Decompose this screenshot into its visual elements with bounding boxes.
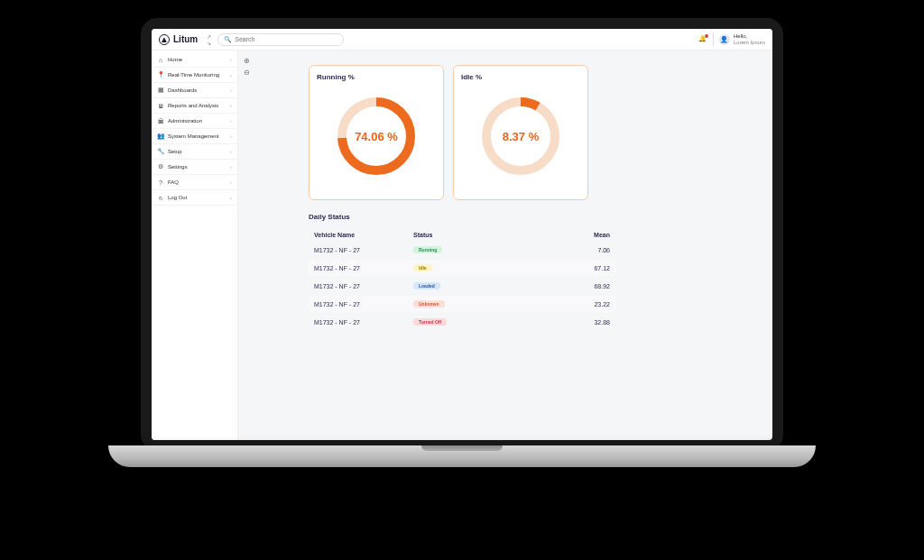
col-header-mean: Mean	[513, 232, 610, 238]
cell-status: Loaded	[413, 282, 513, 289]
bell-icon: 🔔	[698, 35, 707, 41]
wrench-icon: 🔧	[157, 148, 164, 155]
user-greeting: Hello,	[734, 33, 765, 40]
table-row[interactable]: M1732 - NF - 27 Idle 67.12	[309, 260, 615, 276]
card-title: Running %	[317, 73, 436, 81]
table-row[interactable]: M1732 - NF - 27 Turned Off 32.88	[309, 314, 615, 330]
chevron-right-icon: ›	[230, 87, 232, 93]
toggle-arrow-icon: ↗	[207, 33, 212, 39]
sidebar-item-label: Real-Time Monitoring	[168, 72, 226, 78]
table-row[interactable]: M1732 - NF - 27 Unknown 23.22	[309, 296, 615, 312]
table-header: Vehicle Name Status Mean	[309, 228, 615, 242]
cell-vehicle-name: M1732 - NF - 27	[314, 283, 413, 289]
sidebar-item-setup[interactable]: 🔧Setup›	[152, 144, 237, 160]
card-title: Idle %	[461, 73, 580, 81]
cell-status: Running	[413, 246, 513, 253]
cell-mean: 67.12	[513, 265, 610, 271]
chevron-right-icon: ›	[230, 164, 232, 170]
status-badge: Running	[413, 246, 442, 253]
donut-chart: 8.37 %	[480, 96, 561, 177]
cell-mean: 32.88	[513, 319, 610, 326]
cell-vehicle-name: M1732 - NF - 27	[314, 301, 413, 308]
sidebar-item-label: Setup	[168, 149, 226, 154]
sidebar-item-log-out[interactable]: ⎋Log Out›	[152, 190, 237, 206]
sidebar-item-label: Administration	[168, 118, 226, 124]
cell-vehicle-name: M1732 - NF - 27	[314, 265, 413, 271]
avatar-icon: 👤	[719, 34, 730, 45]
cell-mean: 7.06	[513, 247, 610, 253]
home-icon: ⌂	[157, 56, 164, 63]
sidebar-item-real-time-monitoring[interactable]: 📍Real-Time Monitoring›	[152, 68, 237, 83]
brand-name: Litum	[173, 34, 198, 44]
divider	[713, 33, 714, 46]
search-input[interactable]	[235, 36, 337, 42]
grid-icon: ▦	[157, 87, 164, 94]
search-icon: 🔍	[224, 36, 232, 43]
daily-status-section: Daily Status Vehicle Name Status Mean M1…	[309, 213, 615, 330]
sidebar-item-dashboards[interactable]: ▦Dashboards›	[152, 83, 237, 98]
chevron-right-icon: ›	[230, 149, 232, 154]
cell-status: Turned Off	[413, 318, 513, 326]
chevron-right-icon: ›	[230, 103, 232, 108]
gear-icon: ⚙	[157, 163, 164, 170]
chevron-right-icon: ›	[230, 179, 232, 185]
cell-vehicle-name: M1732 - NF - 27	[314, 319, 413, 326]
sidebar-item-label: Log Out	[168, 195, 226, 200]
status-badge: Loaded	[413, 282, 440, 289]
sidebar-item-label: Reports and Analysis	[168, 103, 226, 108]
status-badge: Idle	[413, 264, 432, 271]
sidebar-item-settings[interactable]: ⚙Settings›	[152, 160, 237, 175]
sidebar-item-label: Home	[168, 57, 226, 62]
top-bar: ▲ Litum ↗ ↘ 🔍 🔔 👤 Hello, Lorem Ipsum	[152, 29, 772, 50]
donut-value: 8.37 %	[480, 96, 561, 177]
sidebar-item-administration[interactable]: 🏛Administration›	[152, 114, 237, 129]
sidebar-item-label: Dashboards	[168, 87, 226, 93]
chevron-right-icon: ›	[230, 133, 232, 139]
sidebar-toggle[interactable]: ↗ ↘	[207, 33, 212, 45]
toggle-arrow-icon: ↘	[207, 40, 212, 45]
cell-status: Unknown	[413, 300, 513, 308]
cell-status: Idle	[413, 264, 513, 271]
sidebar-item-label: FAQ	[168, 179, 226, 185]
kpi-card: Running % 74.06 %	[309, 65, 444, 200]
cell-mean: 68.92	[513, 283, 610, 289]
sidebar-item-faq[interactable]: ?FAQ›	[152, 175, 237, 190]
table-title: Daily Status	[309, 213, 615, 221]
chevron-right-icon: ›	[230, 72, 232, 78]
donut-value: 74.06 %	[336, 96, 417, 177]
cell-mean: 23.22	[513, 301, 610, 308]
search-box[interactable]: 🔍	[217, 33, 344, 46]
zoom-controls: ⊕ ⊖	[242, 56, 251, 77]
system-icon: 👥	[157, 133, 164, 140]
zoom-out-button[interactable]: ⊖	[242, 68, 251, 77]
sidebar-item-system-management[interactable]: 👥System Management›	[152, 129, 237, 144]
kpi-card: Idle % 8.37 %	[453, 65, 588, 200]
pin-icon: 📍	[157, 71, 164, 78]
chevron-right-icon: ›	[230, 195, 232, 200]
brand-logo: ▲ Litum	[159, 34, 198, 45]
donut-chart: 74.06 %	[336, 96, 417, 177]
chevron-right-icon: ›	[230, 57, 232, 62]
logout-icon: ⎋	[157, 194, 164, 201]
user-name: Lorem Ipsum	[734, 40, 765, 46]
sidebar-item-label: System Management	[168, 133, 226, 139]
main-canvas: ⊕ ⊖ Running % 74.06 % Idle % 8.37 % Dail…	[238, 50, 772, 440]
sidebar-item-reports-and-analysis[interactable]: 🗎Reports and Analysis›	[152, 98, 237, 114]
report-icon: 🗎	[157, 102, 164, 109]
chevron-right-icon: ›	[230, 118, 232, 124]
status-badge: Turned Off	[413, 318, 447, 326]
sidebar-item-home[interactable]: ⌂Home›	[152, 52, 237, 68]
status-badge: Unknown	[413, 300, 445, 308]
user-menu[interactable]: 👤 Hello, Lorem Ipsum	[719, 33, 765, 45]
notifications-button[interactable]: 🔔	[698, 35, 707, 44]
sidebar: ⌂Home›📍Real-Time Monitoring›▦Dashboards›…	[152, 50, 238, 440]
admin-icon: 🏛	[157, 117, 164, 124]
table-row[interactable]: M1732 - NF - 27 Loaded 68.92	[309, 278, 615, 294]
col-header-status: Status	[413, 232, 513, 238]
laptop-base	[108, 445, 816, 467]
table-row[interactable]: M1732 - NF - 27 Running 7.06	[309, 242, 615, 258]
logo-mark-icon: ▲	[159, 34, 170, 45]
sidebar-item-label: Settings	[168, 164, 226, 170]
zoom-in-button[interactable]: ⊕	[242, 56, 251, 65]
faq-icon: ?	[157, 179, 164, 186]
